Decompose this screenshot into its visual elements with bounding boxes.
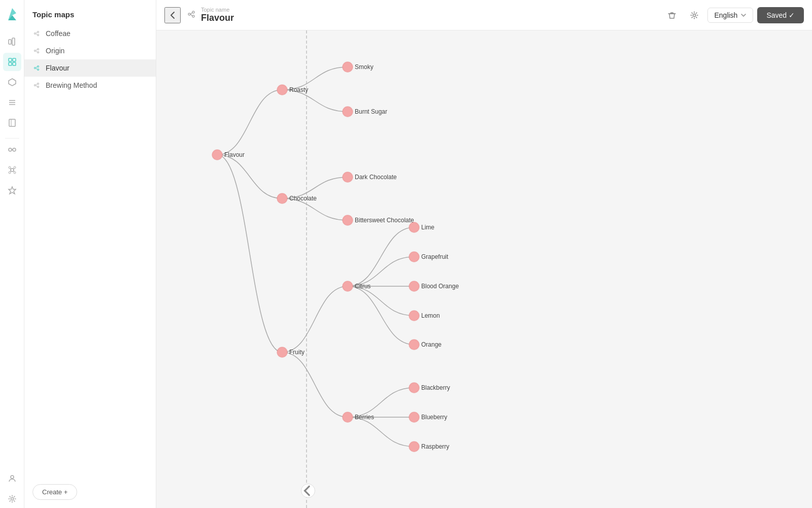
sidebar-footer: Create + [24, 476, 156, 508]
svg-marker-6 [9, 79, 16, 86]
icon-rail [0, 0, 24, 508]
node-blackberry[interactable]: Blackberry [409, 383, 450, 393]
app-logo[interactable] [4, 6, 20, 22]
svg-point-33 [38, 49, 39, 50]
edge-citrus-lemon [348, 286, 414, 316]
topic-name-label: Topic name [201, 7, 657, 13]
svg-line-41 [36, 69, 38, 70]
node-raspberry[interactable]: Raspberry [409, 442, 449, 452]
rail-settings-icon[interactable] [3, 490, 21, 508]
node-circle-lime [409, 222, 419, 232]
node-circle-smoky [343, 62, 353, 72]
language-dropdown[interactable]: English [707, 8, 753, 23]
node-circle-blood-orange [409, 281, 419, 291]
node-circle-bittersweet-chocolate [343, 215, 353, 225]
svg-line-23 [14, 171, 14, 172]
svg-line-40 [36, 67, 38, 68]
create-button[interactable]: Create + [32, 484, 77, 500]
node-citrus[interactable]: Citrus [343, 281, 370, 291]
rail-tag-icon[interactable] [3, 73, 21, 91]
svg-point-17 [14, 166, 16, 168]
svg-rect-0 [9, 40, 11, 44]
node-dark-chocolate[interactable]: Dark Chocolate [343, 172, 397, 182]
node-roasty[interactable]: Roasty [277, 85, 308, 95]
rail-link-icon[interactable] [3, 141, 21, 159]
sidebar-title: Topic maps [24, 0, 156, 25]
svg-point-26 [11, 498, 13, 500]
sidebar-item-brewing-method[interactable]: Brewing Method [24, 77, 156, 94]
node-circle-orange [409, 340, 419, 350]
node-label-berries: Berries [355, 414, 374, 421]
svg-point-27 [35, 33, 36, 35]
node-circle-lemon [409, 311, 419, 321]
svg-point-38 [38, 66, 39, 67]
sidebar-item-label-brewing-method: Brewing Method [46, 81, 97, 89]
node-burnt-sugar[interactable]: Burnt Sugar [343, 107, 387, 117]
rail-user-icon[interactable] [3, 469, 21, 488]
settings-button[interactable] [685, 6, 703, 24]
svg-point-13 [13, 148, 16, 151]
node-orange[interactable]: Orange [409, 340, 442, 350]
svg-line-22 [10, 171, 11, 172]
sidebar-item-flavour[interactable]: Flavour [24, 59, 156, 77]
node-label-dark-chocolate: Dark Chocolate [355, 174, 397, 181]
node-label-orange: Orange [421, 341, 442, 348]
svg-point-49 [192, 15, 194, 17]
saved-button[interactable]: Saved ✓ [757, 7, 804, 23]
node-chocolate[interactable]: Chocolate [277, 193, 317, 204]
svg-point-42 [35, 85, 36, 86]
svg-point-29 [38, 35, 39, 36]
sidebar: Topic maps Coffeae Origin Flavour Brewin… [24, 0, 156, 508]
rail-connect-icon[interactable] [3, 161, 21, 179]
node-lime[interactable]: Lime [409, 222, 434, 232]
svg-point-39 [38, 69, 39, 71]
svg-rect-4 [9, 62, 12, 65]
node-circle-roasty [277, 85, 287, 95]
node-blueberry[interactable]: Blueberry [409, 412, 447, 422]
rail-star-icon[interactable] [3, 181, 21, 199]
svg-line-35 [36, 50, 38, 51]
sidebar-item-icon-origin [32, 47, 41, 55]
toolbar-actions: English Saved ✓ [663, 6, 804, 24]
node-blood-orange[interactable]: Blood Orange [409, 281, 459, 291]
svg-rect-2 [9, 58, 12, 61]
rail-book-icon[interactable] [3, 114, 21, 132]
node-berries[interactable]: Berries [343, 412, 374, 422]
node-circle-dark-chocolate [343, 172, 353, 182]
svg-line-46 [36, 86, 38, 87]
collapse-sidebar-button[interactable] [301, 484, 315, 498]
node-label-flavour: Flavour [224, 151, 245, 158]
sidebar-item-coffeae[interactable]: Coffeae [24, 25, 156, 42]
svg-point-47 [188, 13, 190, 15]
svg-point-28 [38, 31, 39, 33]
topic-name-value[interactable]: Flavour [201, 13, 657, 23]
node-lemon[interactable]: Lemon [409, 311, 440, 321]
edge-flavour-roasty [217, 90, 282, 155]
node-circle-flavour [212, 150, 222, 160]
toolbar: Topic name Flavour English Saved ✓ [156, 0, 812, 30]
node-label-grapefruit: Grapefruit [421, 253, 449, 260]
svg-point-25 [11, 476, 14, 479]
node-circle-chocolate [277, 193, 287, 204]
svg-line-21 [14, 168, 14, 169]
main-content: Topic name Flavour English Saved ✓ Flavo [156, 0, 812, 508]
sidebar-item-origin[interactable]: Origin [24, 42, 156, 59]
node-bittersweet-chocolate[interactable]: Bittersweet Chocolate [343, 215, 414, 225]
svg-marker-24 [9, 187, 16, 194]
node-fruity[interactable]: Fruity [277, 347, 304, 357]
rail-map-icon[interactable] [3, 32, 21, 51]
rail-list-icon[interactable] [3, 93, 21, 112]
back-button[interactable] [164, 7, 181, 23]
svg-point-32 [35, 50, 36, 52]
svg-point-19 [14, 172, 16, 174]
node-grapefruit[interactable]: Grapefruit [409, 252, 449, 262]
svg-line-45 [36, 84, 38, 85]
svg-line-20 [10, 168, 11, 169]
node-smoky[interactable]: Smoky [343, 62, 374, 72]
node-flavour[interactable]: Flavour [212, 150, 245, 160]
canvas[interactable]: FlavourRoastySmokyBurnt SugarChocolateDa… [156, 30, 812, 508]
svg-point-37 [35, 67, 36, 69]
node-label-fruity: Fruity [289, 349, 304, 356]
rail-grid-icon[interactable] [3, 53, 21, 71]
delete-button[interactable] [663, 6, 681, 24]
